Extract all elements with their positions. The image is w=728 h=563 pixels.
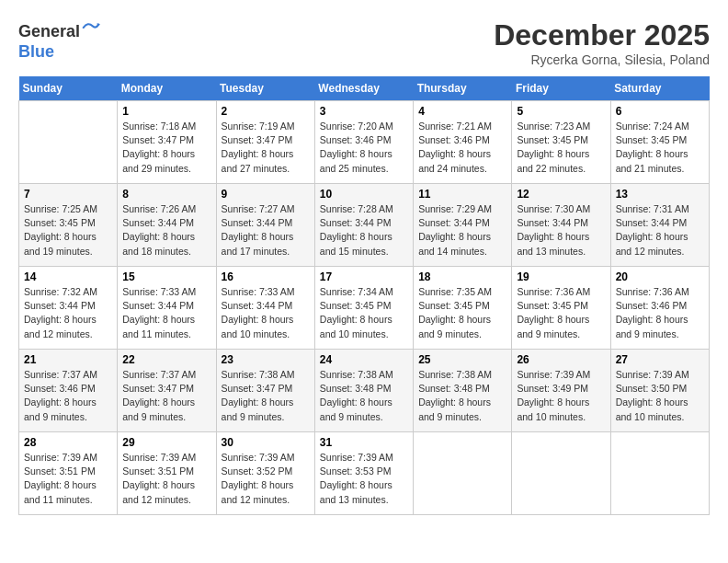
calendar-cell: 10Sunrise: 7:28 AMSunset: 3:44 PMDayligh… xyxy=(314,184,413,267)
calendar-cell: 14Sunrise: 7:32 AMSunset: 3:44 PMDayligh… xyxy=(19,267,118,350)
calendar-cell: 2Sunrise: 7:19 AMSunset: 3:47 PMDaylight… xyxy=(216,101,314,184)
day-number: 20 xyxy=(616,270,704,283)
day-number: 21 xyxy=(24,353,112,366)
day-header-wednesday: Wednesday xyxy=(314,76,413,101)
cell-details: Sunrise: 7:39 AMSunset: 3:49 PMDaylight:… xyxy=(517,368,605,424)
week-row-4: 21Sunrise: 7:37 AMSunset: 3:46 PMDayligh… xyxy=(19,350,710,432)
day-number: 27 xyxy=(616,353,704,366)
calendar-cell: 31Sunrise: 7:39 AMSunset: 3:53 PMDayligh… xyxy=(314,432,413,515)
cell-details: Sunrise: 7:38 AMSunset: 3:48 PMDaylight:… xyxy=(418,368,506,424)
calendar-cell: 7Sunrise: 7:25 AMSunset: 3:45 PMDaylight… xyxy=(19,184,118,267)
calendar-cell: 22Sunrise: 7:37 AMSunset: 3:47 PMDayligh… xyxy=(118,350,216,432)
cell-details: Sunrise: 7:18 AMSunset: 3:47 PMDaylight:… xyxy=(122,120,210,176)
day-header-sunday: Sunday xyxy=(19,76,118,101)
day-number: 6 xyxy=(616,105,704,118)
cell-details: Sunrise: 7:23 AMSunset: 3:45 PMDaylight:… xyxy=(517,120,605,176)
day-number: 26 xyxy=(517,353,605,366)
day-number: 9 xyxy=(222,188,310,201)
calendar-cell: 23Sunrise: 7:38 AMSunset: 3:47 PMDayligh… xyxy=(216,350,314,432)
day-number: 16 xyxy=(222,270,310,283)
day-number: 23 xyxy=(222,353,310,366)
logo: General Blue xyxy=(18,18,100,62)
calendar-cell: 18Sunrise: 7:35 AMSunset: 3:45 PMDayligh… xyxy=(414,267,512,350)
day-number: 5 xyxy=(517,105,605,118)
calendar-cell: 4Sunrise: 7:21 AMSunset: 3:46 PMDaylight… xyxy=(414,101,512,184)
day-number: 3 xyxy=(320,105,408,118)
day-number: 30 xyxy=(222,436,310,449)
calendar-cell: 27Sunrise: 7:39 AMSunset: 3:50 PMDayligh… xyxy=(610,350,709,432)
week-row-3: 14Sunrise: 7:32 AMSunset: 3:44 PMDayligh… xyxy=(19,267,710,350)
calendar-cell: 29Sunrise: 7:39 AMSunset: 3:51 PMDayligh… xyxy=(118,432,216,515)
day-header-tuesday: Tuesday xyxy=(216,76,314,101)
cell-details: Sunrise: 7:32 AMSunset: 3:44 PMDaylight:… xyxy=(24,285,112,341)
header-row: SundayMondayTuesdayWednesdayThursdayFrid… xyxy=(19,76,710,101)
cell-details: Sunrise: 7:36 AMSunset: 3:46 PMDaylight:… xyxy=(616,285,704,341)
calendar-cell: 26Sunrise: 7:39 AMSunset: 3:49 PMDayligh… xyxy=(512,350,610,432)
calendar-cell: 5Sunrise: 7:23 AMSunset: 3:45 PMDaylight… xyxy=(512,101,610,184)
calendar-cell: 21Sunrise: 7:37 AMSunset: 3:46 PMDayligh… xyxy=(19,350,118,432)
day-number: 15 xyxy=(122,270,210,283)
cell-details: Sunrise: 7:33 AMSunset: 3:44 PMDaylight:… xyxy=(222,285,310,341)
cell-details: Sunrise: 7:39 AMSunset: 3:51 PMDaylight:… xyxy=(24,451,112,507)
cell-details: Sunrise: 7:31 AMSunset: 3:44 PMDaylight:… xyxy=(616,202,704,259)
month-title: December 2025 xyxy=(494,18,710,52)
day-header-thursday: Thursday xyxy=(414,76,512,101)
cell-details: Sunrise: 7:39 AMSunset: 3:53 PMDaylight:… xyxy=(320,451,408,507)
cell-details: Sunrise: 7:29 AMSunset: 3:44 PMDaylight:… xyxy=(418,202,506,259)
day-header-friday: Friday xyxy=(512,76,610,101)
logo-general: General xyxy=(18,22,80,40)
calendar-cell: 30Sunrise: 7:39 AMSunset: 3:52 PMDayligh… xyxy=(216,432,314,515)
cell-details: Sunrise: 7:36 AMSunset: 3:45 PMDaylight:… xyxy=(517,285,605,341)
day-number: 18 xyxy=(418,270,506,283)
cell-details: Sunrise: 7:38 AMSunset: 3:47 PMDaylight:… xyxy=(222,368,310,424)
cell-details: Sunrise: 7:24 AMSunset: 3:45 PMDaylight:… xyxy=(616,120,704,176)
day-number: 7 xyxy=(24,188,112,201)
location-subtitle: Rycerka Gorna, Silesia, Poland xyxy=(494,52,710,67)
calendar-cell: 11Sunrise: 7:29 AMSunset: 3:44 PMDayligh… xyxy=(414,184,512,267)
calendar-cell xyxy=(610,432,709,515)
calendar-cell: 15Sunrise: 7:33 AMSunset: 3:44 PMDayligh… xyxy=(118,267,216,350)
calendar-cell: 28Sunrise: 7:39 AMSunset: 3:51 PMDayligh… xyxy=(19,432,118,515)
calendar-cell: 1Sunrise: 7:18 AMSunset: 3:47 PMDaylight… xyxy=(118,101,216,184)
day-number: 31 xyxy=(320,436,408,449)
day-number: 12 xyxy=(517,188,605,201)
day-header-saturday: Saturday xyxy=(610,76,709,101)
calendar-cell: 12Sunrise: 7:30 AMSunset: 3:44 PMDayligh… xyxy=(512,184,610,267)
day-number: 11 xyxy=(418,188,506,201)
week-row-2: 7Sunrise: 7:25 AMSunset: 3:45 PMDaylight… xyxy=(19,184,710,267)
cell-details: Sunrise: 7:34 AMSunset: 3:45 PMDaylight:… xyxy=(320,285,408,341)
calendar-cell: 17Sunrise: 7:34 AMSunset: 3:45 PMDayligh… xyxy=(314,267,413,350)
cell-details: Sunrise: 7:37 AMSunset: 3:47 PMDaylight:… xyxy=(122,368,210,424)
cell-details: Sunrise: 7:38 AMSunset: 3:48 PMDaylight:… xyxy=(320,368,408,424)
cell-details: Sunrise: 7:39 AMSunset: 3:50 PMDaylight:… xyxy=(616,368,704,424)
day-number: 10 xyxy=(320,188,408,201)
cell-details: Sunrise: 7:28 AMSunset: 3:44 PMDaylight:… xyxy=(320,202,408,259)
calendar-cell: 13Sunrise: 7:31 AMSunset: 3:44 PMDayligh… xyxy=(610,184,709,267)
day-number: 25 xyxy=(418,353,506,366)
calendar-table: SundayMondayTuesdayWednesdayThursdayFrid… xyxy=(18,76,710,515)
calendar-cell xyxy=(512,432,610,515)
calendar-cell: 24Sunrise: 7:38 AMSunset: 3:48 PMDayligh… xyxy=(314,350,413,432)
week-row-5: 28Sunrise: 7:39 AMSunset: 3:51 PMDayligh… xyxy=(19,432,710,515)
week-row-1: 1Sunrise: 7:18 AMSunset: 3:47 PMDaylight… xyxy=(19,101,710,184)
day-number: 8 xyxy=(122,188,210,201)
cell-details: Sunrise: 7:33 AMSunset: 3:44 PMDaylight:… xyxy=(122,285,210,341)
day-number: 22 xyxy=(122,353,210,366)
cell-details: Sunrise: 7:37 AMSunset: 3:46 PMDaylight:… xyxy=(24,368,112,424)
day-number: 19 xyxy=(517,270,605,283)
day-number: 1 xyxy=(122,105,210,118)
cell-details: Sunrise: 7:30 AMSunset: 3:44 PMDaylight:… xyxy=(517,202,605,259)
logo-icon xyxy=(82,18,100,37)
calendar-cell: 6Sunrise: 7:24 AMSunset: 3:45 PMDaylight… xyxy=(610,101,709,184)
day-number: 28 xyxy=(24,436,112,449)
title-area: December 2025 Rycerka Gorna, Silesia, Po… xyxy=(494,18,710,67)
calendar-cell xyxy=(19,101,118,184)
day-number: 4 xyxy=(418,105,506,118)
calendar-cell: 3Sunrise: 7:20 AMSunset: 3:46 PMDaylight… xyxy=(314,101,413,184)
day-header-monday: Monday xyxy=(118,76,216,101)
calendar-cell xyxy=(414,432,512,515)
day-number: 14 xyxy=(24,270,112,283)
cell-details: Sunrise: 7:19 AMSunset: 3:47 PMDaylight:… xyxy=(222,120,310,176)
cell-details: Sunrise: 7:26 AMSunset: 3:44 PMDaylight:… xyxy=(122,202,210,259)
calendar-cell: 16Sunrise: 7:33 AMSunset: 3:44 PMDayligh… xyxy=(216,267,314,350)
